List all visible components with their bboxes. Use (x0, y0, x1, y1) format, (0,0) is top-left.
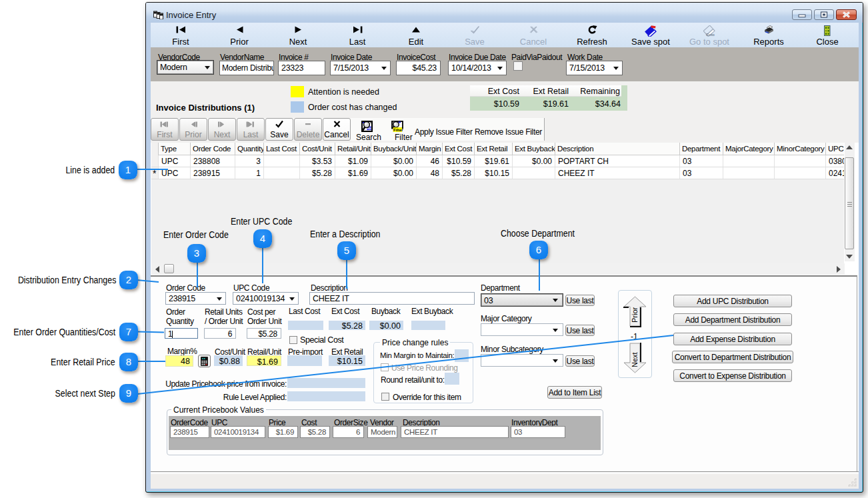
svg-text:Filter: Filter (393, 128, 403, 132)
svg-text:-1: -1 (631, 332, 638, 341)
svg-text:Prior: Prior (631, 307, 639, 323)
svg-text:Next: Next (631, 352, 639, 367)
svg-text:Goto: Goto (706, 33, 715, 37)
